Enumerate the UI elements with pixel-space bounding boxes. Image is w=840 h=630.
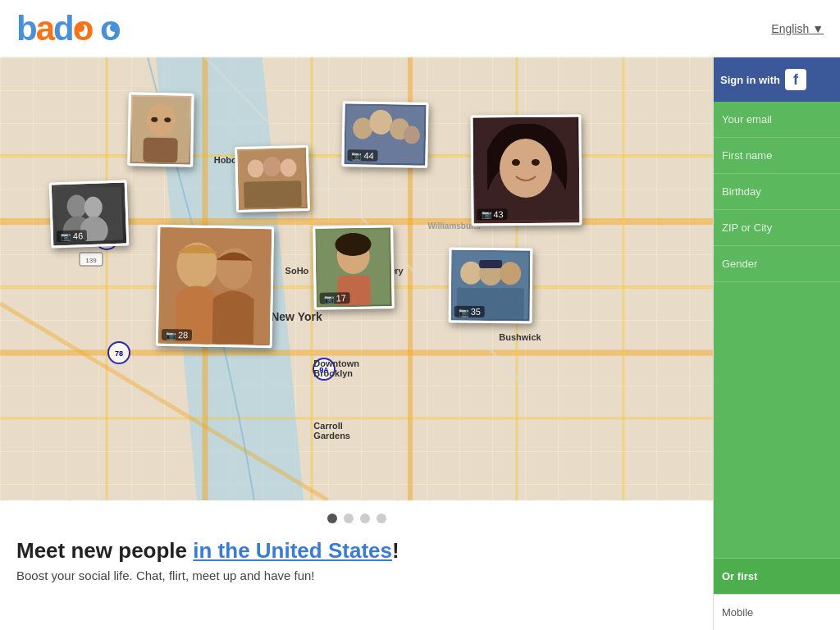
photo-count-4: 📷 44 <box>348 149 378 162</box>
photo-card-3[interactable] <box>235 145 310 212</box>
headline-prefix: Meet new people <box>16 538 193 563</box>
birthday-input[interactable] <box>714 174 840 209</box>
camera-icon-6: 📷 <box>166 331 176 340</box>
photo-count-5: 📷 43 <box>477 208 507 220</box>
gender-field-container <box>714 246 840 282</box>
facebook-signin-label: Sign in with <box>720 74 780 86</box>
headline: Meet new people in the United States! <box>16 538 696 564</box>
photo-card-8[interactable]: 📷 35 <box>449 248 533 324</box>
logo-letter-o2: o <box>100 9 120 48</box>
dot-4[interactable] <box>377 514 386 523</box>
or-first-section: Or first <box>714 558 840 594</box>
zip-field-container <box>714 210 840 246</box>
headline-link[interactable]: in the United States <box>193 538 392 563</box>
map-background: 78 1 139 9A 78 Hoboken SoHo Bowery New Y… <box>0 57 713 500</box>
slideshow-dots <box>0 500 713 532</box>
mobile-section[interactable]: Mobile <box>714 594 840 630</box>
main-layout: 78 1 139 9A 78 Hoboken SoHo Bowery New Y… <box>0 57 840 630</box>
camera-icon-7: 📷 <box>324 294 334 303</box>
language-label: English <box>771 22 809 35</box>
svg-text:9A: 9A <box>319 366 329 374</box>
svg-text:139: 139 <box>85 257 97 264</box>
headline-suffix: ! <box>392 538 399 563</box>
camera-icon-4: 📷 <box>352 151 362 160</box>
logo-letter-b: b <box>16 9 36 48</box>
photo-count-1: 📷 46 <box>57 230 88 242</box>
camera-icon-1: 📷 <box>61 231 71 240</box>
hero-text: Meet new people in the United States! Bo… <box>0 532 713 582</box>
logo-letter-d: d <box>53 9 73 48</box>
logo-letter-a: a <box>36 9 53 48</box>
gender-input[interactable] <box>714 246 840 281</box>
zip-input[interactable] <box>714 210 840 245</box>
dot-1[interactable] <box>327 514 337 523</box>
photo-count-6: 📷 28 <box>162 329 192 341</box>
birthday-field-container <box>714 174 840 210</box>
or-first-label: Or first <box>722 570 757 582</box>
language-arrow: ▼ <box>812 22 824 35</box>
right-panel: Sign in with f Or f <box>713 57 840 630</box>
photo-card-4[interactable]: 📷 44 <box>341 101 428 168</box>
logo-dot-left <box>76 24 84 32</box>
email-field-container <box>714 102 840 138</box>
firstname-input[interactable] <box>714 138 840 173</box>
svg-text:78: 78 <box>115 349 123 358</box>
email-input[interactable] <box>714 102 840 137</box>
map-area: 78 1 139 9A 78 Hoboken SoHo Bowery New Y… <box>0 57 713 500</box>
dot-2[interactable] <box>344 514 354 523</box>
header: b a d o o English ▼ <box>0 0 840 57</box>
logo-letter-o1: o <box>73 9 93 48</box>
svg-rect-38 <box>244 180 302 208</box>
facebook-letter: f <box>793 71 798 89</box>
photo-count-8: 📷 35 <box>454 306 485 317</box>
subtext: Boost your social life. Chat, flirt, mee… <box>16 568 696 582</box>
language-selector[interactable]: English ▼ <box>771 22 824 35</box>
photo-card-2[interactable] <box>128 92 195 167</box>
photo-count-7: 📷 17 <box>320 292 350 304</box>
facebook-icon: f <box>785 69 806 90</box>
svg-rect-58 <box>480 260 503 268</box>
facebook-signin-button[interactable]: Sign in with f <box>714 57 840 102</box>
content-area: 78 1 139 9A 78 Hoboken SoHo Bowery New Y… <box>0 57 713 630</box>
firstname-field-container <box>714 138 840 174</box>
registration-form <box>714 102 840 558</box>
photo-card-1[interactable]: 📷 46 <box>48 180 129 249</box>
camera-icon-8: 📷 <box>459 307 468 316</box>
photo-card-5[interactable]: 📷 43 <box>470 115 582 226</box>
camera-icon-5: 📷 <box>481 210 491 219</box>
dot-3[interactable] <box>360 514 370 523</box>
photo-card-7[interactable]: 📷 17 <box>313 225 395 310</box>
mobile-label: Mobile <box>722 606 753 619</box>
logo-dot-right <box>110 24 118 32</box>
svg-rect-31 <box>144 138 179 163</box>
photo-card-6[interactable]: 📷 28 <box>156 225 275 348</box>
logo: b a d o o <box>16 9 120 48</box>
